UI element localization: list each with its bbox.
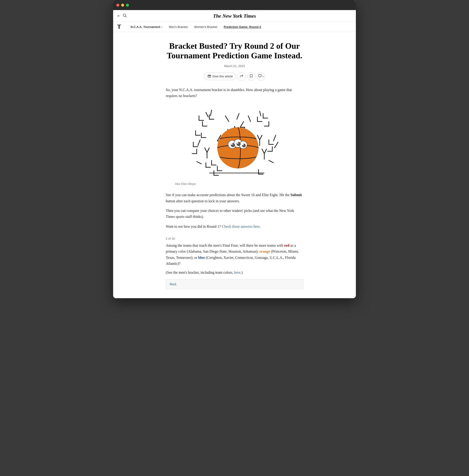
gift-icon	[207, 74, 211, 79]
article-intro: So, your N.C.A.A. tournament bracket is …	[166, 87, 303, 99]
article-body-p1: See if you can make accurate predictions…	[166, 192, 303, 204]
bookmark-icon	[250, 74, 253, 79]
subnav: 𝕋 N.C.A.A. Tournament › Men's Bracket Wo…	[113, 22, 356, 32]
search-icon[interactable]	[123, 14, 127, 18]
subnav-item-ncaa[interactable]: N.C.A.A. Tournament ›	[127, 25, 166, 29]
question-text: Among the teams that reach the men's Fin…	[166, 243, 303, 267]
topbar: ≡ The New York Times	[113, 10, 356, 22]
svg-line-16	[197, 161, 201, 164]
svg-line-17	[269, 160, 273, 163]
hamburger-icon[interactable]: ≡	[117, 14, 119, 18]
svg-line-8	[225, 116, 229, 122]
subnav-item-womens[interactable]: Women's Bracket	[191, 25, 220, 29]
subnav-item-prediction[interactable]: Prediction Game: Round 2	[220, 25, 264, 29]
comment-icon	[258, 74, 262, 79]
question-section: 1 of 10 Among the teams that reach the m…	[166, 237, 303, 289]
article-body-p2: Then you can compare your choices to oth…	[166, 208, 303, 220]
share-icon	[240, 74, 243, 79]
nyt-logo: The New York Times	[213, 13, 256, 19]
svg-line-4	[206, 112, 208, 117]
titlebar	[113, 0, 356, 10]
svg-point-27	[237, 142, 238, 144]
svg-line-10	[248, 116, 251, 122]
subnav-label-ncaa: N.C.A.A. Tournament	[131, 25, 160, 29]
svg-point-19	[217, 127, 259, 168]
bracket-note: (See the men's bracket, including team c…	[166, 270, 303, 275]
bookmark-button[interactable]	[247, 72, 255, 80]
illustration-caption: Alex Eben Meyer	[166, 182, 303, 186]
article-body-p3: Want to see how you did in Round 1? Chec…	[166, 223, 303, 230]
article-date: March 21, 2023	[166, 64, 303, 68]
article-content: Bracket Busted? Try Round 2 of Our Tourn…	[161, 32, 308, 298]
gift-label: Give this article	[213, 75, 233, 78]
subnav-nyt-icon: 𝕋	[117, 24, 121, 30]
topbar-left: ≡	[117, 14, 127, 18]
close-button[interactable]	[116, 4, 119, 7]
svg-line-1	[125, 16, 127, 17]
svg-line-5	[210, 110, 212, 116]
question-number: 1 of 10	[166, 237, 303, 240]
svg-line-7	[198, 140, 200, 145]
svg-line-11	[273, 135, 276, 141]
answer-red-button[interactable]: Red.	[166, 279, 303, 289]
svg-point-23	[231, 143, 235, 147]
gift-button[interactable]: Give this article	[204, 73, 236, 80]
minimize-button[interactable]	[121, 4, 124, 7]
svg-line-6	[260, 111, 261, 116]
article-title: Bracket Busted? Try Round 2 of Our Tourn…	[166, 41, 303, 61]
comment-count: +	[262, 75, 264, 78]
svg-point-26	[231, 143, 233, 145]
bracket-link[interactable]: here	[234, 270, 240, 274]
illustration-wrapper	[166, 103, 303, 181]
browser-window: ≡ The New York Times 𝕋 N.C.A.A. Tourname…	[113, 0, 356, 298]
svg-line-9	[237, 113, 239, 119]
subnav-item-mens[interactable]: Men's Bracket	[166, 25, 191, 29]
maximize-button[interactable]	[126, 4, 129, 7]
comment-button[interactable]: +	[257, 72, 265, 80]
action-bar: Give this article	[166, 72, 303, 80]
chevron-icon: ›	[161, 26, 163, 28]
svg-point-28	[242, 144, 244, 145]
round1-link[interactable]: Check those answers here.	[222, 224, 261, 228]
share-button[interactable]	[237, 72, 246, 80]
basketball-illustration	[180, 103, 289, 181]
svg-line-12	[275, 142, 278, 148]
svg-point-24	[236, 142, 241, 146]
